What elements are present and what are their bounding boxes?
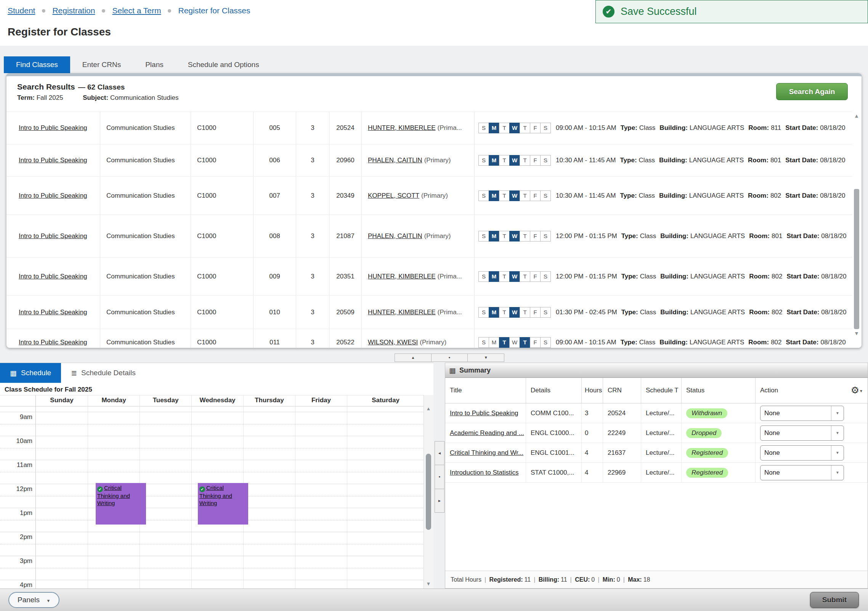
dropdown-arrow-icon[interactable]: ▼ bbox=[831, 406, 844, 421]
gear-settings-icon[interactable]: ⚙▼ bbox=[851, 385, 863, 396]
splitter-reset-button[interactable]: ● bbox=[432, 354, 468, 361]
splitter-expand-up-button[interactable]: ▲ bbox=[395, 354, 432, 361]
room-value: 802 bbox=[770, 192, 781, 200]
day-box-saturday: S bbox=[540, 337, 551, 348]
instructor-role: (Primary) bbox=[424, 232, 451, 240]
scroll-down-icon[interactable]: ▼ bbox=[853, 330, 860, 336]
instructor-role: (Prima... bbox=[438, 124, 462, 132]
building-value: LANGUAGE ARTS bbox=[689, 157, 744, 164]
summary-details-cell: ENGL C1001... bbox=[526, 443, 582, 462]
instructor-link[interactable]: HUNTER, KIMBERLEE bbox=[368, 309, 436, 316]
meeting-days: SMTWTFS bbox=[478, 190, 550, 201]
course-title-link[interactable]: Intro to Public Speaking bbox=[19, 232, 87, 240]
breadcrumb-select-a-term[interactable]: Select a Term bbox=[112, 6, 161, 15]
day-box-thursday: T bbox=[520, 337, 530, 348]
hours-cell: 3 bbox=[296, 112, 329, 144]
calendar-cell bbox=[191, 460, 243, 484]
summary-course-link[interactable]: Critical Thinking and Wr... bbox=[450, 449, 523, 457]
time-gutter-cell: 12pm bbox=[0, 484, 36, 508]
day-header-sunday: Sunday bbox=[36, 395, 88, 406]
room-label: Room: bbox=[748, 192, 769, 200]
breadcrumb-registration[interactable]: Registration bbox=[52, 6, 95, 15]
scroll-up-icon[interactable]: ▲ bbox=[424, 406, 433, 411]
action-dropdown[interactable]: None▼ bbox=[760, 425, 844, 441]
day-box-tuesday: T bbox=[499, 155, 510, 166]
section-cell: 011 bbox=[254, 329, 296, 348]
day-box-saturday: S bbox=[540, 123, 551, 133]
tab-plans[interactable]: Plans bbox=[133, 56, 176, 73]
calendar-cell bbox=[36, 484, 88, 508]
calendar-event[interactable]: ✔Critical Thinking and Writing bbox=[96, 483, 146, 525]
splitter-expand-down-button[interactable]: ▼ bbox=[468, 354, 504, 361]
vertical-panel-splitter[interactable]: ◄ ● ► bbox=[435, 441, 444, 513]
summary-course-link[interactable]: Academic Reading and ... bbox=[450, 429, 524, 437]
title-cell: Intro to Public Speaking bbox=[10, 296, 100, 329]
course-title-link[interactable]: Intro to Public Speaking bbox=[19, 309, 87, 316]
instructor-link[interactable]: WILSON, KWESI bbox=[368, 339, 418, 346]
building-label: Building: bbox=[660, 309, 688, 316]
crn-cell: 21087 bbox=[329, 215, 362, 257]
day-box-tuesday: T bbox=[499, 271, 510, 282]
action-dropdown[interactable]: None▼ bbox=[760, 406, 844, 421]
submit-button[interactable]: Submit bbox=[810, 592, 859, 608]
course-title-link[interactable]: Intro to Public Speaking bbox=[19, 124, 87, 132]
action-dropdown[interactable]: None▼ bbox=[760, 445, 844, 461]
instructor-link[interactable]: HUNTER, KIMBERLEE bbox=[368, 273, 436, 280]
scrollbar-thumb[interactable] bbox=[854, 189, 859, 329]
start-label: Start Date: bbox=[786, 273, 819, 280]
day-box-wednesday: W bbox=[509, 155, 520, 166]
check-icon: ✔ bbox=[97, 486, 103, 492]
instructor-link[interactable]: HUNTER, KIMBERLEE bbox=[368, 124, 436, 132]
status-badge: Registered bbox=[686, 468, 728, 478]
panels-button[interactable]: Panels ▼ bbox=[8, 592, 59, 608]
course-title-link[interactable]: Intro to Public Speaking bbox=[19, 273, 87, 280]
dropdown-arrow-icon[interactable]: ▼ bbox=[831, 446, 844, 460]
tab-schedule-and-options[interactable]: Schedule and Options bbox=[176, 56, 271, 73]
scroll-down-icon[interactable]: ▼ bbox=[424, 581, 433, 587]
summary-course-link[interactable]: Introduction to Statistics bbox=[450, 469, 518, 477]
check-icon: ✔ bbox=[199, 486, 205, 492]
subject-cell: Communication Studies bbox=[100, 296, 191, 329]
scrollbar-thumb[interactable] bbox=[426, 454, 431, 530]
results-scrollbar[interactable]: ▲ ▼ bbox=[853, 113, 860, 345]
course-title-link[interactable]: Intro to Public Speaking bbox=[19, 192, 87, 200]
calendar-event[interactable]: ✔Critical Thinking and Writing bbox=[198, 483, 248, 525]
building-label: Building: bbox=[660, 273, 688, 280]
tab-schedule-details[interactable]: ≣ Schedule Details bbox=[61, 363, 146, 383]
type-value: Class bbox=[640, 273, 656, 280]
summary-row: Introduction to StatisticsSTAT C1000,...… bbox=[445, 463, 868, 483]
building-value: LANGUAGE ARTS bbox=[689, 192, 744, 200]
meeting-days: SMTWTFS bbox=[478, 123, 550, 133]
splitter-expand-left-button[interactable]: ◄ bbox=[435, 441, 444, 465]
action-dropdown[interactable]: None▼ bbox=[760, 465, 844, 480]
panels-button-label: Panels bbox=[18, 596, 40, 604]
tab-find-classes[interactable]: Find Classes bbox=[4, 56, 70, 73]
instructor-link[interactable]: PHALEN, CAITLIN bbox=[368, 232, 422, 240]
dropdown-arrow-icon[interactable]: ▼ bbox=[831, 426, 844, 440]
summary-header: ▦ Summary bbox=[445, 363, 868, 378]
instructor-link[interactable]: KOPPEL, SCOTT bbox=[368, 192, 419, 200]
summary-title-cell: Intro to Public Speaking bbox=[445, 403, 526, 423]
horizontal-panel-splitter[interactable]: ▲ ● ▼ bbox=[395, 353, 504, 362]
tab-schedule[interactable]: ▦ Schedule bbox=[0, 363, 61, 383]
dropdown-arrow-icon[interactable]: ▼ bbox=[831, 465, 844, 480]
course-title-link[interactable]: Intro to Public Speaking bbox=[19, 157, 87, 164]
splitter-expand-right-button[interactable]: ► bbox=[435, 489, 444, 512]
calendar-cell bbox=[243, 508, 295, 532]
search-again-button[interactable]: Search Again bbox=[776, 83, 848, 100]
tab-enter-crns[interactable]: Enter CRNs bbox=[70, 56, 133, 73]
hours-cell: 3 bbox=[296, 144, 329, 176]
day-box-monday: M bbox=[489, 155, 499, 166]
breadcrumb-student[interactable]: Student bbox=[8, 6, 35, 15]
calendar-hour-row: 10am bbox=[0, 436, 424, 460]
splitter-reset-button[interactable]: ● bbox=[435, 465, 444, 489]
subject-cell: Communication Studies bbox=[100, 215, 191, 257]
calendar-scrollbar[interactable]: ▲ ▼ bbox=[424, 395, 433, 589]
scroll-up-icon[interactable]: ▲ bbox=[853, 113, 860, 119]
course-title-link[interactable]: Intro to Public Speaking bbox=[19, 339, 87, 346]
subject-label: Subject: bbox=[83, 94, 108, 101]
instructor-link[interactable]: PHALEN, CAITLIN bbox=[368, 157, 422, 164]
time-gutter-cell: 4pm bbox=[0, 580, 36, 589]
summary-course-link[interactable]: Intro to Public Speaking bbox=[450, 409, 518, 417]
calendar-cell bbox=[140, 436, 191, 460]
